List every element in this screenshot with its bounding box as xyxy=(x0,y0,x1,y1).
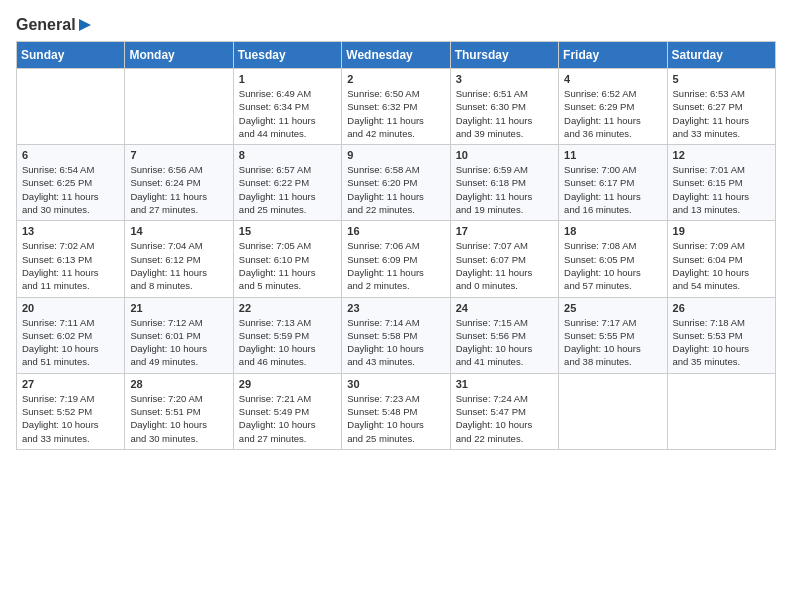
calendar-cell xyxy=(559,373,667,449)
day-info: Sunrise: 7:24 AM Sunset: 5:47 PM Dayligh… xyxy=(456,392,553,445)
day-info: Sunrise: 7:21 AM Sunset: 5:49 PM Dayligh… xyxy=(239,392,336,445)
calendar-cell: 19Sunrise: 7:09 AM Sunset: 6:04 PM Dayli… xyxy=(667,221,775,297)
day-info: Sunrise: 6:53 AM Sunset: 6:27 PM Dayligh… xyxy=(673,87,770,140)
day-info: Sunrise: 6:52 AM Sunset: 6:29 PM Dayligh… xyxy=(564,87,661,140)
calendar-cell: 17Sunrise: 7:07 AM Sunset: 6:07 PM Dayli… xyxy=(450,221,558,297)
day-info: Sunrise: 6:56 AM Sunset: 6:24 PM Dayligh… xyxy=(130,163,227,216)
day-info: Sunrise: 7:18 AM Sunset: 5:53 PM Dayligh… xyxy=(673,316,770,369)
day-number: 30 xyxy=(347,378,444,390)
column-header-thursday: Thursday xyxy=(450,42,558,69)
calendar-cell: 27Sunrise: 7:19 AM Sunset: 5:52 PM Dayli… xyxy=(17,373,125,449)
calendar-cell: 3Sunrise: 6:51 AM Sunset: 6:30 PM Daylig… xyxy=(450,69,558,145)
calendar-header-row: SundayMondayTuesdayWednesdayThursdayFrid… xyxy=(17,42,776,69)
day-number: 10 xyxy=(456,149,553,161)
calendar-table: SundayMondayTuesdayWednesdayThursdayFrid… xyxy=(16,41,776,450)
day-info: Sunrise: 6:54 AM Sunset: 6:25 PM Dayligh… xyxy=(22,163,119,216)
day-number: 25 xyxy=(564,302,661,314)
column-header-sunday: Sunday xyxy=(17,42,125,69)
day-info: Sunrise: 7:11 AM Sunset: 6:02 PM Dayligh… xyxy=(22,316,119,369)
day-number: 12 xyxy=(673,149,770,161)
day-number: 21 xyxy=(130,302,227,314)
logo-arrow-icon xyxy=(77,17,93,33)
day-number: 11 xyxy=(564,149,661,161)
day-info: Sunrise: 6:49 AM Sunset: 6:34 PM Dayligh… xyxy=(239,87,336,140)
day-info: Sunrise: 7:19 AM Sunset: 5:52 PM Dayligh… xyxy=(22,392,119,445)
logo: General xyxy=(16,16,93,31)
day-info: Sunrise: 6:50 AM Sunset: 6:32 PM Dayligh… xyxy=(347,87,444,140)
calendar-cell xyxy=(667,373,775,449)
day-info: Sunrise: 6:58 AM Sunset: 6:20 PM Dayligh… xyxy=(347,163,444,216)
column-header-tuesday: Tuesday xyxy=(233,42,341,69)
day-info: Sunrise: 7:01 AM Sunset: 6:15 PM Dayligh… xyxy=(673,163,770,216)
calendar-cell: 13Sunrise: 7:02 AM Sunset: 6:13 PM Dayli… xyxy=(17,221,125,297)
calendar-cell: 16Sunrise: 7:06 AM Sunset: 6:09 PM Dayli… xyxy=(342,221,450,297)
calendar-cell: 21Sunrise: 7:12 AM Sunset: 6:01 PM Dayli… xyxy=(125,297,233,373)
day-info: Sunrise: 7:08 AM Sunset: 6:05 PM Dayligh… xyxy=(564,239,661,292)
day-info: Sunrise: 7:13 AM Sunset: 5:59 PM Dayligh… xyxy=(239,316,336,369)
logo-general-text: General xyxy=(16,16,76,34)
day-info: Sunrise: 7:06 AM Sunset: 6:09 PM Dayligh… xyxy=(347,239,444,292)
day-number: 18 xyxy=(564,225,661,237)
calendar-cell: 9Sunrise: 6:58 AM Sunset: 6:20 PM Daylig… xyxy=(342,145,450,221)
day-number: 20 xyxy=(22,302,119,314)
calendar-cell xyxy=(125,69,233,145)
calendar-cell: 8Sunrise: 6:57 AM Sunset: 6:22 PM Daylig… xyxy=(233,145,341,221)
day-number: 13 xyxy=(22,225,119,237)
day-number: 2 xyxy=(347,73,444,85)
calendar-cell: 29Sunrise: 7:21 AM Sunset: 5:49 PM Dayli… xyxy=(233,373,341,449)
day-number: 24 xyxy=(456,302,553,314)
day-number: 17 xyxy=(456,225,553,237)
day-info: Sunrise: 7:02 AM Sunset: 6:13 PM Dayligh… xyxy=(22,239,119,292)
day-number: 29 xyxy=(239,378,336,390)
day-info: Sunrise: 7:05 AM Sunset: 6:10 PM Dayligh… xyxy=(239,239,336,292)
day-number: 26 xyxy=(673,302,770,314)
calendar-cell: 14Sunrise: 7:04 AM Sunset: 6:12 PM Dayli… xyxy=(125,221,233,297)
day-info: Sunrise: 6:57 AM Sunset: 6:22 PM Dayligh… xyxy=(239,163,336,216)
day-number: 7 xyxy=(130,149,227,161)
day-info: Sunrise: 7:14 AM Sunset: 5:58 PM Dayligh… xyxy=(347,316,444,369)
day-info: Sunrise: 7:15 AM Sunset: 5:56 PM Dayligh… xyxy=(456,316,553,369)
day-info: Sunrise: 6:51 AM Sunset: 6:30 PM Dayligh… xyxy=(456,87,553,140)
day-number: 31 xyxy=(456,378,553,390)
calendar-week-row: 13Sunrise: 7:02 AM Sunset: 6:13 PM Dayli… xyxy=(17,221,776,297)
day-number: 28 xyxy=(130,378,227,390)
day-number: 22 xyxy=(239,302,336,314)
day-info: Sunrise: 7:00 AM Sunset: 6:17 PM Dayligh… xyxy=(564,163,661,216)
column-header-monday: Monday xyxy=(125,42,233,69)
day-number: 9 xyxy=(347,149,444,161)
day-info: Sunrise: 7:04 AM Sunset: 6:12 PM Dayligh… xyxy=(130,239,227,292)
day-info: Sunrise: 7:23 AM Sunset: 5:48 PM Dayligh… xyxy=(347,392,444,445)
day-number: 3 xyxy=(456,73,553,85)
day-number: 27 xyxy=(22,378,119,390)
calendar-cell: 30Sunrise: 7:23 AM Sunset: 5:48 PM Dayli… xyxy=(342,373,450,449)
calendar-cell: 15Sunrise: 7:05 AM Sunset: 6:10 PM Dayli… xyxy=(233,221,341,297)
calendar-cell: 4Sunrise: 6:52 AM Sunset: 6:29 PM Daylig… xyxy=(559,69,667,145)
day-info: Sunrise: 7:17 AM Sunset: 5:55 PM Dayligh… xyxy=(564,316,661,369)
calendar-cell: 1Sunrise: 6:49 AM Sunset: 6:34 PM Daylig… xyxy=(233,69,341,145)
calendar-week-row: 1Sunrise: 6:49 AM Sunset: 6:34 PM Daylig… xyxy=(17,69,776,145)
day-info: Sunrise: 7:20 AM Sunset: 5:51 PM Dayligh… xyxy=(130,392,227,445)
column-header-saturday: Saturday xyxy=(667,42,775,69)
calendar-cell: 22Sunrise: 7:13 AM Sunset: 5:59 PM Dayli… xyxy=(233,297,341,373)
day-info: Sunrise: 7:12 AM Sunset: 6:01 PM Dayligh… xyxy=(130,316,227,369)
calendar-cell: 31Sunrise: 7:24 AM Sunset: 5:47 PM Dayli… xyxy=(450,373,558,449)
calendar-cell: 26Sunrise: 7:18 AM Sunset: 5:53 PM Dayli… xyxy=(667,297,775,373)
calendar-cell: 11Sunrise: 7:00 AM Sunset: 6:17 PM Dayli… xyxy=(559,145,667,221)
calendar-week-row: 6Sunrise: 6:54 AM Sunset: 6:25 PM Daylig… xyxy=(17,145,776,221)
calendar-cell: 2Sunrise: 6:50 AM Sunset: 6:32 PM Daylig… xyxy=(342,69,450,145)
calendar-cell: 25Sunrise: 7:17 AM Sunset: 5:55 PM Dayli… xyxy=(559,297,667,373)
column-header-wednesday: Wednesday xyxy=(342,42,450,69)
day-info: Sunrise: 6:59 AM Sunset: 6:18 PM Dayligh… xyxy=(456,163,553,216)
day-number: 16 xyxy=(347,225,444,237)
calendar-week-row: 27Sunrise: 7:19 AM Sunset: 5:52 PM Dayli… xyxy=(17,373,776,449)
day-info: Sunrise: 7:09 AM Sunset: 6:04 PM Dayligh… xyxy=(673,239,770,292)
calendar-cell: 23Sunrise: 7:14 AM Sunset: 5:58 PM Dayli… xyxy=(342,297,450,373)
page-header: General xyxy=(16,16,776,31)
calendar-cell xyxy=(17,69,125,145)
day-number: 15 xyxy=(239,225,336,237)
calendar-cell: 24Sunrise: 7:15 AM Sunset: 5:56 PM Dayli… xyxy=(450,297,558,373)
calendar-cell: 18Sunrise: 7:08 AM Sunset: 6:05 PM Dayli… xyxy=(559,221,667,297)
calendar-cell: 28Sunrise: 7:20 AM Sunset: 5:51 PM Dayli… xyxy=(125,373,233,449)
day-number: 6 xyxy=(22,149,119,161)
day-info: Sunrise: 7:07 AM Sunset: 6:07 PM Dayligh… xyxy=(456,239,553,292)
